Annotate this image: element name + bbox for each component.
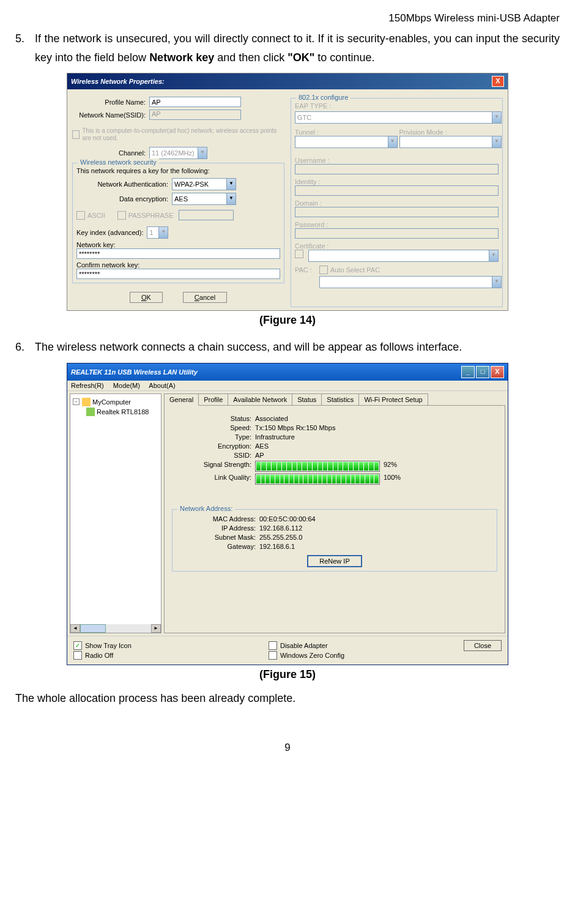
encryption-value: AES [255, 442, 497, 450]
show-tray-label: Show Tray Icon [85, 642, 132, 649]
type-label: Type: [172, 433, 255, 441]
gateway-value: 192.168.6.1 [259, 543, 493, 550]
window-title: REALTEK 11n USB Wireless LAN Utility [71, 368, 198, 376]
chevron-down-icon: ▼ [492, 112, 501, 123]
confirm-key-input[interactable] [76, 269, 280, 279]
step-5: 5. If the network is unsecured, you will… [15, 29, 560, 67]
tab-status[interactable]: Status [292, 393, 322, 405]
page-number: 9 [15, 742, 560, 754]
scroll-right-icon[interactable]: ► [151, 624, 161, 633]
data-enc-select[interactable]: AES ▼ [172, 193, 236, 205]
chevron-down-icon: ▼ [492, 277, 501, 288]
conclusion-text: The whole allocation process has been al… [15, 692, 560, 705]
close-icon[interactable]: X [491, 366, 504, 378]
network-address-fieldset: Network Address: MAC Address:00:E0:5C:00… [172, 509, 497, 572]
close-button[interactable]: Close [464, 640, 502, 651]
link-quality-bar [255, 474, 380, 485]
key-index-label: Key index (advanced): [76, 229, 143, 236]
radio-off-checkbox[interactable] [73, 651, 82, 660]
tab-wifi-protect[interactable]: Wi-Fi Protect Setup [358, 393, 428, 405]
menu-about[interactable]: About(A) [149, 382, 175, 389]
figure-15-window: REALTEK 11n USB Wireless LAN Utility _ □… [67, 363, 508, 665]
tunnel-label: Tunnel : [295, 129, 395, 136]
tab-profile[interactable]: Profile [198, 393, 228, 405]
passphrase-checkbox [117, 211, 126, 220]
figure-14-dialog: Wireless Network Properties: X Profile N… [67, 73, 508, 311]
dialog-titlebar: Wireless Network Properties: X [67, 73, 508, 89]
bold-ok: "OK" [288, 51, 314, 64]
eap-type-label: EAP TYPE : [295, 102, 499, 110]
subnet-value: 255.255.255.0 [259, 534, 493, 541]
show-tray-checkbox[interactable]: ✓ [73, 641, 82, 650]
renew-ip-button[interactable]: ReNew IP [307, 555, 362, 567]
step-number: 5. [15, 29, 35, 67]
adhoc-checkbox [72, 130, 80, 139]
x802-fieldset: 802.1x configure EAP TYPE : GTC ▼ Tunnel… [291, 98, 503, 307]
tree-collapse-icon[interactable]: - [73, 398, 80, 405]
link-value: 100% [384, 474, 401, 485]
text-part: to continue. [314, 51, 374, 64]
tunnel-select: ▼ [295, 136, 398, 148]
passphrase-input [179, 210, 234, 220]
windows-zero-checkbox[interactable] [269, 651, 277, 660]
status-label: Status: [172, 415, 255, 422]
chevron-down-icon[interactable]: ▼ [226, 193, 236, 204]
x802-legend: 802.1x configure [296, 94, 351, 101]
network-key-input[interactable] [76, 248, 280, 259]
step-text: The wireless network connects a chain su… [35, 338, 560, 357]
device-tree[interactable]: - MyComputer Realtek RTL8188 ◄ ► [70, 393, 161, 633]
scroll-left-icon[interactable]: ◄ [70, 624, 80, 633]
tab-statistics[interactable]: Statistics [321, 393, 359, 405]
tab-general[interactable]: General [164, 393, 199, 406]
tree-mycomputer[interactable]: MyComputer [92, 398, 131, 406]
computer-icon [82, 398, 91, 406]
confirm-key-label: Confirm network key: [76, 261, 280, 269]
security-fieldset: Wireless network security This network r… [72, 163, 284, 283]
profile-name-label: Profile Name: [72, 99, 149, 106]
auto-pac-label: Auto Select PAC [330, 266, 380, 274]
privision-label: Privision Mode : [399, 129, 499, 136]
data-enc-label: Data encryption: [76, 195, 172, 203]
net-auth-select[interactable]: WPA2-PSK ▼ [172, 178, 236, 190]
minimize-icon[interactable]: _ [461, 366, 475, 378]
pac-select: ▼ [319, 276, 502, 288]
pac-label: PAC : [295, 266, 319, 274]
eap-type-value: GTC [297, 114, 311, 121]
net-auth-value: WPA2-PSK [174, 181, 209, 188]
speed-label: Speed: [172, 424, 255, 431]
mac-label: MAC Address: [176, 515, 259, 523]
profile-name-input[interactable] [149, 97, 241, 107]
chevron-down-icon: ▼ [492, 136, 501, 147]
chevron-down-icon[interactable]: ▼ [226, 179, 236, 190]
figure-14-caption: (Figure 14) [15, 314, 560, 327]
close-icon[interactable]: X [492, 76, 504, 87]
certificate-select: ▼ [308, 250, 499, 262]
type-value: Infrastructure [255, 433, 497, 441]
ssid-value: AP [255, 452, 497, 459]
chevron-down-icon: ▼ [158, 227, 168, 238]
disable-adapter-checkbox[interactable] [269, 641, 277, 650]
horizontal-scrollbar[interactable]: ◄ ► [70, 624, 161, 633]
bold-network-key: Network key [149, 51, 214, 64]
menu-mode[interactable]: Mode(M) [113, 382, 140, 389]
figure-15-caption: (Figure 15) [15, 668, 560, 681]
scroll-thumb[interactable] [80, 624, 106, 633]
cancel-button[interactable]: Cancel [183, 292, 227, 303]
signal-strength-bar [255, 461, 380, 472]
tree-device[interactable]: Realtek RTL8188 [97, 408, 149, 415]
menu-refresh[interactable]: Refresh(R) [71, 382, 104, 389]
ascii-label: ASCII [87, 212, 105, 219]
mac-value: 00:E0:5C:00:00:64 [259, 515, 493, 523]
tab-available-network[interactable]: Available Network [228, 393, 292, 405]
ssid-label: Network Name(SSID): [72, 111, 149, 119]
ok-button[interactable]: OK [130, 292, 163, 303]
domain-input [295, 207, 499, 217]
disable-adapter-label: Disable Adapter [280, 642, 328, 649]
privision-select: ▼ [399, 136, 502, 148]
maximize-icon[interactable]: □ [476, 366, 489, 378]
tab-bar: General Profile Available Network Status… [164, 393, 505, 405]
ascii-checkbox [76, 211, 85, 220]
security-text: This network requires a key for the foll… [76, 167, 280, 174]
eap-type-select: GTC ▼ [295, 111, 502, 124]
certificate-checkbox [295, 250, 303, 258]
